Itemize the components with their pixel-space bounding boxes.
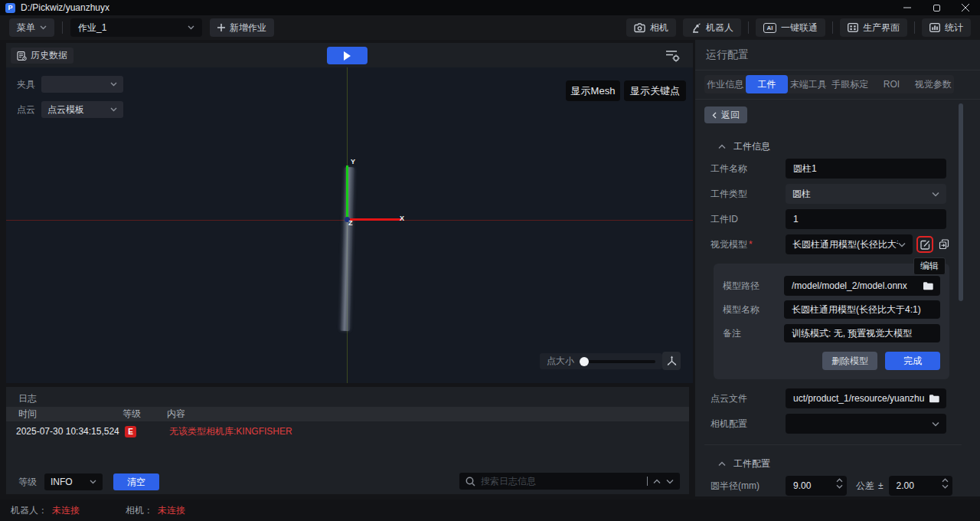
workpiece-id-input[interactable] <box>786 209 946 229</box>
log-row[interactable]: 2025-07-30 10:34:15,524 E 无该类型相机库:KINGFI… <box>6 424 689 439</box>
radius-stepper[interactable] <box>836 478 843 489</box>
chevron-down-icon <box>90 480 96 484</box>
show-keypoints-label: 显示关键点 <box>630 84 680 98</box>
workpiece-type-select[interactable]: 圆柱 <box>786 184 946 204</box>
workpiece-id-row: 工件ID <box>710 209 946 229</box>
toolbar-divider <box>62 21 63 34</box>
model-path-value: /model/model_2/model.onnx <box>792 280 918 291</box>
history-data-button[interactable]: 历史数据 <box>11 48 74 64</box>
model-remark-label: 备注 <box>723 327 784 340</box>
show-mesh-button[interactable]: 显示Mesh <box>566 80 620 101</box>
chevron-down-icon[interactable] <box>666 479 674 484</box>
folder-icon[interactable] <box>923 281 934 290</box>
tab-end-tool[interactable]: 末端工具 <box>788 75 829 93</box>
menu-button[interactable]: 菜单 <box>9 18 54 37</box>
close-icon[interactable] <box>951 0 980 15</box>
chevron-down-icon[interactable] <box>942 484 949 489</box>
pointcloud-file-input[interactable]: uct/product_1/resource/yuanzhu.ply <box>786 388 946 408</box>
log-search-input[interactable] <box>481 476 642 487</box>
log-search-box <box>459 473 680 490</box>
model-remark-input[interactable] <box>784 324 940 342</box>
camera-icon <box>634 23 645 33</box>
vision-model-value: 长圆柱通用模型(长径比大于4:1) <box>792 238 898 251</box>
camera-status-value: 未连接 <box>158 504 185 517</box>
log-level-select[interactable]: INFO <box>44 473 103 490</box>
tab-workpiece[interactable]: 工件 <box>746 75 787 93</box>
workpiece-name-row: 工件名称 <box>710 159 946 179</box>
axis-x-label: X <box>400 215 404 222</box>
camera-config-select[interactable] <box>786 414 946 434</box>
edit-icon <box>920 240 930 250</box>
axis-y-label: Y <box>351 158 355 165</box>
point-size-slider[interactable] <box>580 360 655 363</box>
show-keypoints-button[interactable]: 显示关键点 <box>624 80 686 101</box>
log-panel: 日志 时间 等级 内容 2025-07-30 10:34:15,524 E 无该… <box>6 387 689 494</box>
vision-model-select[interactable]: 长圆柱通用模型(长径比大于4:1) <box>786 234 913 254</box>
history-doc-icon <box>17 51 27 61</box>
log-col-content: 内容 <box>167 408 185 421</box>
main-toolbar: 菜单 作业_1 新增作业 相机 机器人 AI 一键联通 <box>0 15 980 40</box>
radius-input[interactable]: 9.00 <box>786 476 847 496</box>
stats-button[interactable]: 统计 <box>922 18 971 37</box>
chevron-up-icon[interactable] <box>836 478 843 483</box>
job-select[interactable]: 作业_1 <box>70 18 202 37</box>
production-button[interactable]: 生产界面 <box>840 18 907 37</box>
back-button[interactable]: 返回 <box>704 106 747 123</box>
chevron-down-icon[interactable] <box>836 484 843 489</box>
panel-scrollbar[interactable] <box>959 103 963 301</box>
run-button[interactable] <box>327 47 368 64</box>
workpiece-info-section-header[interactable]: 工件信息 <box>718 140 980 153</box>
model-path-input[interactable]: /model/model_2/model.onnx <box>784 276 940 296</box>
chevron-down-icon <box>932 421 939 427</box>
point-size-label: 点大小 <box>547 355 574 368</box>
ai-connect-button[interactable]: AI 一键联通 <box>756 18 825 37</box>
tab-label: 手眼标定 <box>831 78 868 91</box>
robot-button[interactable]: 机器人 <box>683 18 741 37</box>
axis-view-button[interactable] <box>662 352 681 370</box>
edit-model-button[interactable]: 编辑 <box>916 236 933 253</box>
radius-value: 9.00 <box>793 480 811 491</box>
slider-thumb[interactable] <box>580 357 589 366</box>
display-settings-icon[interactable] <box>664 48 681 62</box>
chevron-up-icon[interactable] <box>653 479 661 484</box>
tolerance-stepper[interactable] <box>942 478 949 489</box>
section-divider <box>704 444 962 445</box>
camera-button[interactable]: 相机 <box>626 18 676 37</box>
workpiece-id-label: 工件ID <box>710 213 786 226</box>
tab-label: 作业信息 <box>707 78 743 91</box>
model-path-label: 模型路径 <box>723 280 784 293</box>
workpiece-type-label: 工件类型 <box>710 188 786 201</box>
model-name-label: 模型名称 <box>723 303 784 316</box>
pointcloud-select[interactable]: 点云模板 <box>41 101 123 118</box>
plus-icon <box>217 24 225 31</box>
tab-job-info[interactable]: 作业信息 <box>704 75 746 93</box>
radius-row: 圆半径(mm) 9.00 公差 ± 2.00 <box>710 476 952 496</box>
panel-title: 运行配置 <box>695 40 980 70</box>
maximize-icon[interactable] <box>922 0 951 15</box>
folder-icon[interactable] <box>929 394 940 403</box>
tab-hand-eye-calib[interactable]: 手眼标定 <box>829 75 871 93</box>
production-grid-icon <box>848 23 858 32</box>
fixture-select[interactable] <box>41 76 123 93</box>
camera-label: 相机 <box>650 21 668 34</box>
finish-label: 完成 <box>903 355 922 368</box>
clear-log-button[interactable]: 清空 <box>113 473 159 490</box>
toolbar-divider <box>832 21 833 34</box>
workpiece-name-input[interactable] <box>786 159 946 179</box>
tolerance-label: 公差 <box>856 480 874 493</box>
plus-minus-sign: ± <box>878 480 884 491</box>
tab-vision-params[interactable]: 视觉参数 <box>913 75 954 93</box>
chevron-up-icon[interactable] <box>942 478 949 483</box>
log-row-time: 2025-07-30 10:34:15,524 <box>6 426 125 437</box>
tab-roi[interactable]: ROI <box>871 75 912 93</box>
finish-button[interactable]: 完成 <box>885 352 940 370</box>
import-model-button[interactable] <box>936 236 952 253</box>
minimize-icon[interactable] <box>893 0 922 15</box>
model-name-input[interactable] <box>784 300 940 319</box>
axis-x-line <box>348 218 402 221</box>
tolerance-input[interactable]: 2.00 <box>889 476 952 496</box>
viewport-3d[interactable]: 历史数据 夹具 点云 点云模板 显示Mesh 显示关键点 Y <box>6 43 693 383</box>
workpiece-config-section-header[interactable]: 工件配置 <box>718 457 980 470</box>
delete-model-button[interactable]: 删除模型 <box>822 352 877 370</box>
add-job-button[interactable]: 新增作业 <box>210 18 274 37</box>
